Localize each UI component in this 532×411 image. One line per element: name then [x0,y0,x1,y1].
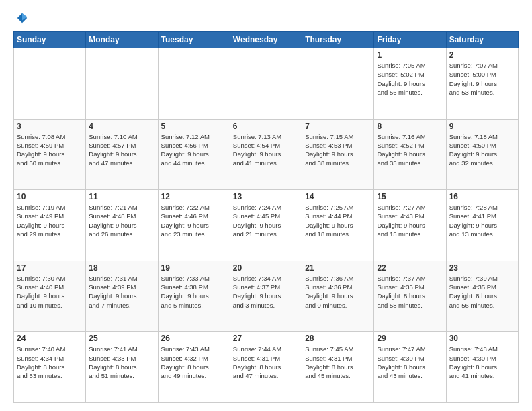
day-number: 14 [305,192,371,201]
day-info: Sunrise: 7:18 AM Sunset: 4:50 PM Dayligh… [449,132,515,168]
day-number: 17 [17,263,83,273]
day-number: 11 [89,192,154,201]
day-cell: 7Sunrise: 7:15 AM Sunset: 4:53 PM Daylig… [302,119,374,190]
day-cell: 22Sunrise: 7:37 AM Sunset: 4:35 PM Dayli… [374,261,446,332]
day-cell: 23Sunrise: 7:39 AM Sunset: 4:35 PM Dayli… [446,261,518,332]
day-number: 8 [377,122,443,131]
day-cell: 5Sunrise: 7:12 AM Sunset: 4:56 PM Daylig… [158,119,230,190]
week-row-3: 10Sunrise: 7:19 AM Sunset: 4:49 PM Dayli… [14,190,519,261]
day-cell: 20Sunrise: 7:34 AM Sunset: 4:37 PM Dayli… [230,261,302,332]
logo [13,12,28,24]
day-number: 22 [377,263,443,273]
day-info: Sunrise: 7:19 AM Sunset: 4:49 PM Dayligh… [17,203,83,238]
day-number: 30 [449,334,515,343]
day-info: Sunrise: 7:16 AM Sunset: 4:52 PM Dayligh… [377,132,443,168]
week-row-5: 24Sunrise: 7:40 AM Sunset: 4:34 PM Dayli… [14,332,519,403]
day-number: 4 [89,122,154,131]
day-cell: 18Sunrise: 7:31 AM Sunset: 4:39 PM Dayli… [86,261,158,332]
day-number: 27 [233,334,299,343]
day-number: 29 [377,334,443,343]
weekday-header-row: SundayMondayTuesdayWednesdayThursdayFrid… [14,32,519,48]
week-row-1: 1Sunrise: 7:05 AM Sunset: 5:02 PM Daylig… [14,48,519,120]
day-number: 9 [449,122,515,131]
day-cell [158,48,230,120]
week-row-2: 3Sunrise: 7:08 AM Sunset: 4:59 PM Daylig… [14,119,519,190]
day-info: Sunrise: 7:44 AM Sunset: 4:31 PM Dayligh… [233,345,299,380]
day-cell: 28Sunrise: 7:45 AM Sunset: 4:31 PM Dayli… [302,332,374,403]
day-info: Sunrise: 7:22 AM Sunset: 4:46 PM Dayligh… [161,203,227,238]
weekday-tuesday: Tuesday [158,32,230,48]
day-info: Sunrise: 7:39 AM Sunset: 4:35 PM Dayligh… [449,274,515,310]
day-number: 2 [449,50,515,60]
day-info: Sunrise: 7:47 AM Sunset: 4:30 PM Dayligh… [377,345,443,380]
day-cell: 13Sunrise: 7:24 AM Sunset: 4:45 PM Dayli… [230,190,302,261]
day-cell: 17Sunrise: 7:30 AM Sunset: 4:40 PM Dayli… [14,261,86,332]
day-cell: 25Sunrise: 7:41 AM Sunset: 4:33 PM Dayli… [86,332,158,403]
day-number: 19 [161,263,227,273]
header [13,12,519,24]
day-number: 23 [449,263,515,273]
day-info: Sunrise: 7:05 AM Sunset: 5:02 PM Dayligh… [377,61,443,97]
day-cell: 1Sunrise: 7:05 AM Sunset: 5:02 PM Daylig… [374,48,446,120]
day-cell: 24Sunrise: 7:40 AM Sunset: 4:34 PM Dayli… [14,332,86,403]
day-number: 18 [89,263,154,273]
day-cell: 2Sunrise: 7:07 AM Sunset: 5:00 PM Daylig… [446,48,518,120]
logo-icon [16,12,28,24]
day-cell [86,48,158,120]
day-cell: 27Sunrise: 7:44 AM Sunset: 4:31 PM Dayli… [230,332,302,403]
weekday-sunday: Sunday [14,32,86,48]
day-info: Sunrise: 7:10 AM Sunset: 4:57 PM Dayligh… [89,132,154,168]
day-info: Sunrise: 7:24 AM Sunset: 4:45 PM Dayligh… [233,203,299,238]
page: SundayMondayTuesdayWednesdayThursdayFrid… [0,0,532,411]
day-cell: 30Sunrise: 7:48 AM Sunset: 4:30 PM Dayli… [446,332,518,403]
day-info: Sunrise: 7:08 AM Sunset: 4:59 PM Dayligh… [17,132,83,168]
day-number: 1 [377,50,443,60]
day-number: 25 [89,334,154,343]
day-cell: 4Sunrise: 7:10 AM Sunset: 4:57 PM Daylig… [86,119,158,190]
weekday-monday: Monday [86,32,158,48]
day-cell: 11Sunrise: 7:21 AM Sunset: 4:48 PM Dayli… [86,190,158,261]
day-info: Sunrise: 7:37 AM Sunset: 4:35 PM Dayligh… [377,274,443,310]
day-info: Sunrise: 7:28 AM Sunset: 4:41 PM Dayligh… [449,203,515,238]
day-cell: 9Sunrise: 7:18 AM Sunset: 4:50 PM Daylig… [446,119,518,190]
weekday-friday: Friday [374,32,446,48]
day-cell: 12Sunrise: 7:22 AM Sunset: 4:46 PM Dayli… [158,190,230,261]
calendar-table: SundayMondayTuesdayWednesdayThursdayFrid… [13,31,519,403]
day-number: 3 [17,122,83,131]
day-info: Sunrise: 7:31 AM Sunset: 4:39 PM Dayligh… [89,274,154,310]
day-info: Sunrise: 7:43 AM Sunset: 4:32 PM Dayligh… [161,345,227,380]
day-info: Sunrise: 7:21 AM Sunset: 4:48 PM Dayligh… [89,203,154,238]
day-info: Sunrise: 7:34 AM Sunset: 4:37 PM Dayligh… [233,274,299,310]
day-number: 13 [233,192,299,201]
day-number: 24 [17,334,83,343]
day-info: Sunrise: 7:36 AM Sunset: 4:36 PM Dayligh… [305,274,371,310]
day-number: 10 [17,192,83,201]
day-info: Sunrise: 7:07 AM Sunset: 5:00 PM Dayligh… [449,61,515,97]
day-number: 6 [233,122,299,131]
day-info: Sunrise: 7:40 AM Sunset: 4:34 PM Dayligh… [17,345,83,380]
day-info: Sunrise: 7:12 AM Sunset: 4:56 PM Dayligh… [161,132,227,168]
day-cell: 15Sunrise: 7:27 AM Sunset: 4:43 PM Dayli… [374,190,446,261]
day-cell [302,48,374,120]
day-cell: 29Sunrise: 7:47 AM Sunset: 4:30 PM Dayli… [374,332,446,403]
day-info: Sunrise: 7:41 AM Sunset: 4:33 PM Dayligh… [89,345,154,380]
day-number: 21 [305,263,371,273]
day-cell: 19Sunrise: 7:33 AM Sunset: 4:38 PM Dayli… [158,261,230,332]
day-number: 28 [305,334,371,343]
day-cell: 3Sunrise: 7:08 AM Sunset: 4:59 PM Daylig… [14,119,86,190]
day-cell [14,48,86,120]
week-row-4: 17Sunrise: 7:30 AM Sunset: 4:40 PM Dayli… [14,261,519,332]
day-info: Sunrise: 7:48 AM Sunset: 4:30 PM Dayligh… [449,345,515,380]
day-cell: 21Sunrise: 7:36 AM Sunset: 4:36 PM Dayli… [302,261,374,332]
day-info: Sunrise: 7:25 AM Sunset: 4:44 PM Dayligh… [305,203,371,238]
day-number: 26 [161,334,227,343]
day-info: Sunrise: 7:15 AM Sunset: 4:53 PM Dayligh… [305,132,371,168]
day-number: 15 [377,192,443,201]
weekday-thursday: Thursday [302,32,374,48]
day-number: 20 [233,263,299,273]
day-cell: 6Sunrise: 7:13 AM Sunset: 4:54 PM Daylig… [230,119,302,190]
day-info: Sunrise: 7:30 AM Sunset: 4:40 PM Dayligh… [17,274,83,310]
weekday-wednesday: Wednesday [230,32,302,48]
day-cell: 10Sunrise: 7:19 AM Sunset: 4:49 PM Dayli… [14,190,86,261]
day-info: Sunrise: 7:45 AM Sunset: 4:31 PM Dayligh… [305,345,371,380]
